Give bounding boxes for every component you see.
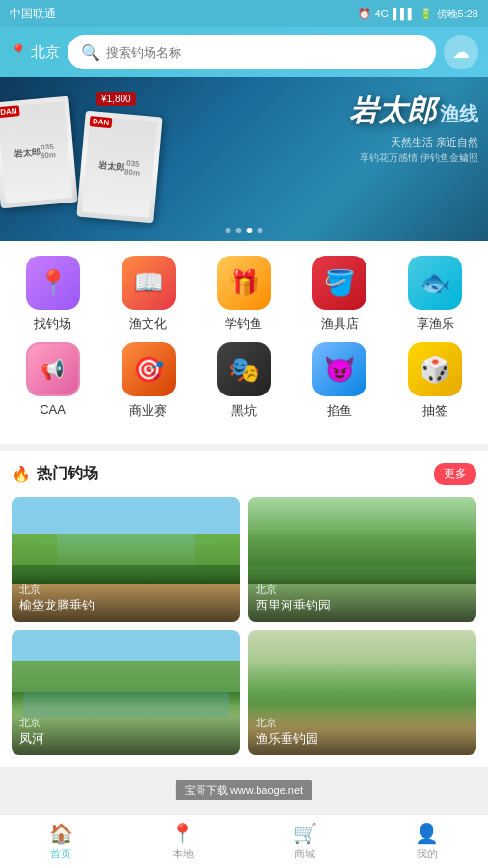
- lottery-icon: 🎲: [408, 342, 462, 396]
- spot-overlay-3: 北京 凤河: [12, 708, 240, 755]
- hot-section-title: 热门钓场: [37, 464, 98, 484]
- spot-name-2: 西里河垂钓园: [256, 597, 469, 614]
- banner[interactable]: DAN 岩太郎03580m DAN 岩太郎03580m ¥1,800 岩太郎 渔…: [0, 77, 488, 241]
- nav-profile[interactable]: 👤 我的: [366, 822, 489, 861]
- shop-nav-label: 商城: [294, 847, 315, 861]
- dan-logo: DAN: [0, 105, 20, 118]
- status-bar: 中国联通 ⏰ 4G ▌▌▌ 🔋 傍晚5:28: [0, 0, 488, 27]
- spot-city-3: 北京: [19, 716, 232, 730]
- spot-overlay-1: 北京 榆垡龙腾垂钓: [12, 575, 240, 622]
- home-label: 首页: [50, 847, 71, 861]
- location-button[interactable]: 📍 北京: [10, 43, 60, 62]
- weather-button[interactable]: ☁: [444, 35, 478, 69]
- black-hole-icon: 🎭: [217, 342, 271, 396]
- search-icon: 🔍: [81, 43, 100, 62]
- spot-name-4: 渔乐垂钓园: [256, 730, 469, 747]
- banner-tagline1: 天然生活 亲近自然: [349, 135, 478, 149]
- banner-text: 岩太郎 渔线 天然生活 亲近自然 享钓花万感情 伊钓鱼金鳙照: [349, 92, 478, 165]
- spot-name-1: 榆垡龙腾垂钓: [19, 597, 232, 614]
- enjoy-label: 享渔乐: [417, 315, 454, 333]
- menu-row-2: 📢 CAA 🎯 商业赛 🎭 黑坑 😈 掐鱼 🎲 抽签: [5, 342, 483, 420]
- lottery-label: 抽签: [422, 402, 447, 420]
- weather-icon: ☁: [452, 41, 470, 63]
- spot-card-2[interactable]: 北京 西里河垂钓园: [248, 497, 476, 622]
- profile-icon: 👤: [415, 822, 439, 845]
- menu-item-shop[interactable]: 🪣 渔具店: [299, 256, 381, 333]
- section-title: 🔥 热门钓场: [12, 464, 98, 484]
- dot-2: [236, 228, 242, 233]
- competition-icon: 🎯: [122, 342, 176, 396]
- nav-shop[interactable]: 🛒 商城: [244, 822, 366, 861]
- dot-4: [258, 228, 263, 233]
- spot-card-4[interactable]: 北京 渔乐垂钓园: [248, 630, 476, 755]
- banner-product-name: 岩太郎: [349, 92, 436, 131]
- location-icon: 📍: [10, 43, 28, 61]
- dan-logo2: DAN: [90, 116, 113, 128]
- dot-3: [247, 228, 253, 233]
- alarm-icon: ⏰: [358, 8, 371, 20]
- menu-item-black-hole[interactable]: 🎭 黑坑: [203, 342, 285, 420]
- find-spot-icon: 📍: [26, 256, 80, 310]
- local-icon: 📍: [171, 822, 195, 845]
- banner-price: ¥1,800: [96, 92, 136, 106]
- home-icon: 🏠: [49, 822, 73, 845]
- spot-card-1[interactable]: 北京 榆垡龙腾垂钓: [12, 497, 240, 622]
- signal-4g: 4G: [375, 8, 390, 19]
- hot-section: 🔥 热门钓场 更多 北京 榆垡龙腾垂钓: [0, 451, 488, 767]
- shop-icon: 🪣: [312, 256, 366, 310]
- culture-label: 渔文化: [129, 315, 167, 333]
- menu-item-catch[interactable]: 😈 掐鱼: [299, 342, 381, 420]
- nav-home[interactable]: 🏠 首页: [0, 822, 122, 861]
- dot-1: [226, 228, 231, 233]
- spot-overlay-2: 北京 西里河垂钓园: [248, 575, 476, 622]
- header: 📍 北京 🔍 ☁: [0, 27, 488, 77]
- catch-icon: 😈: [312, 342, 366, 396]
- caa-label: CAA: [40, 402, 66, 417]
- menu-item-find-spot[interactable]: 📍 找钓场: [12, 256, 94, 333]
- spot-overlay-4: 北京 渔乐垂钓园: [248, 708, 476, 755]
- shop-nav-icon: 🛒: [293, 822, 317, 845]
- banner-dots: [226, 228, 263, 233]
- time-text: 傍晚5:28: [437, 7, 478, 21]
- menu-section: 📍 找钓场 📖 渔文化 🎁 学钓鱼 🪣 渔具店 🐟 享渔乐: [0, 241, 488, 444]
- menu-item-caa[interactable]: 📢 CAA: [12, 342, 94, 420]
- status-right: ⏰ 4G ▌▌▌ 🔋 傍晚5:28: [358, 7, 479, 21]
- culture-icon: 📖: [122, 256, 176, 310]
- signal-bars: ▌▌▌: [393, 8, 415, 19]
- spot-name-3: 凤河: [19, 730, 232, 747]
- search-input[interactable]: [106, 45, 422, 60]
- spot-city-2: 北京: [256, 583, 469, 597]
- local-label: 本地: [173, 847, 194, 861]
- separator: [0, 444, 488, 451]
- catch-label: 掐鱼: [327, 402, 352, 420]
- fire-icon: 🔥: [12, 465, 31, 483]
- menu-item-culture[interactable]: 📖 渔文化: [107, 256, 189, 333]
- more-button[interactable]: 更多: [434, 463, 476, 485]
- menu-item-competition[interactable]: 🎯 商业赛: [107, 342, 189, 420]
- spot-city-4: 北京: [256, 716, 469, 730]
- menu-item-lottery[interactable]: 🎲 抽签: [394, 342, 476, 420]
- competition-label: 商业赛: [129, 402, 167, 420]
- spots-grid: 北京 榆垡龙腾垂钓 北京 西里河垂钓园 北京: [12, 497, 476, 755]
- bottom-nav: 🏠 首页 📍 本地 🛒 商城 👤 我的: [0, 814, 488, 868]
- find-spot-label: 找钓场: [34, 315, 71, 333]
- carrier-text: 中国联通: [10, 6, 56, 22]
- black-hole-label: 黑坑: [231, 402, 257, 420]
- price-text: ¥1,800: [101, 94, 131, 104]
- section-header: 🔥 热门钓场 更多: [12, 463, 476, 485]
- banner-product-type: 渔线: [440, 101, 478, 127]
- banner-tagline2: 享钓花万感情 伊钓鱼金鳙照: [349, 151, 478, 165]
- spot-city-1: 北京: [19, 583, 232, 597]
- learn-label: 学钓鱼: [225, 315, 262, 333]
- spot-card-3[interactable]: 北京 凤河: [12, 630, 240, 755]
- menu-item-enjoy[interactable]: 🐟 享渔乐: [394, 256, 476, 333]
- search-bar[interactable]: 🔍: [68, 35, 436, 69]
- menu-row-1: 📍 找钓场 📖 渔文化 🎁 学钓鱼 🪣 渔具店 🐟 享渔乐: [5, 256, 483, 333]
- battery-icon: 🔋: [420, 8, 433, 20]
- shop-label: 渔具店: [321, 315, 359, 333]
- menu-item-learn[interactable]: 🎁 学钓鱼: [203, 256, 285, 333]
- enjoy-icon: 🐟: [408, 256, 462, 310]
- banner-product: DAN 岩太郎03580m DAN 岩太郎03580m: [10, 87, 145, 231]
- nav-local[interactable]: 📍 本地: [122, 822, 245, 861]
- profile-label: 我的: [417, 847, 438, 861]
